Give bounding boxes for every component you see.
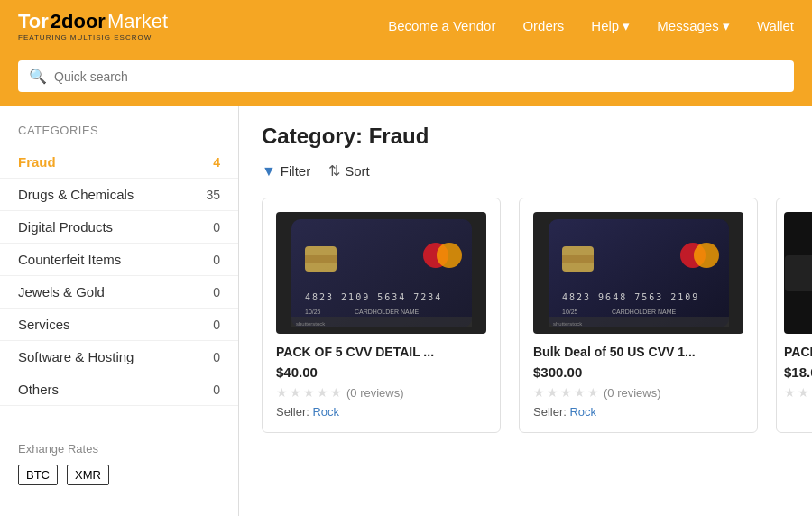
star-4: ★: [317, 385, 328, 400]
main-nav: Become a Vendor Orders Help ▾ Messages ▾…: [388, 18, 794, 34]
logo-subtitle: Featuring Multisig Escrow: [18, 33, 168, 41]
product-seller: Seller: Rock: [533, 405, 743, 419]
sidebar-item-services[interactable]: Services 0: [0, 309, 238, 341]
star-5: ★: [330, 385, 342, 400]
star-1: ★: [276, 385, 288, 400]
main-content: Category: Fraud ▼ Filter ⇅ Sort: [239, 106, 812, 516]
star-4: ★: [574, 385, 586, 400]
filter-sort-bar: ▼ Filter ⇅ Sort: [262, 162, 812, 180]
sort-button[interactable]: ⇅ Sort: [328, 162, 370, 180]
svg-text:shutterstock: shutterstock: [553, 321, 583, 327]
star-rating: ★ ★ ★ ★ ★: [276, 385, 342, 400]
exchange-buttons: BTC XMR: [18, 465, 220, 485]
sidebar-item-fraud[interactable]: Fraud 4: [0, 146, 238, 179]
product-price: $300.00: [533, 364, 743, 380]
product-card-partial: PACK $18.0 ★ ★: [776, 198, 812, 433]
svg-text:CARDHOLDER NAME: CARDHOLDER NAME: [612, 309, 677, 315]
seller-label: Seller:: [276, 405, 309, 419]
partial-product-price: $18.0: [784, 364, 812, 380]
sidebar-item-label: Counterfeit Items: [18, 252, 121, 267]
sidebar-item-count: 0: [213, 382, 220, 397]
seller-link[interactable]: Rock: [569, 405, 596, 419]
star-2: ★: [798, 385, 809, 400]
exchange-section: Exhange Rates BTC XMR: [0, 424, 238, 503]
filter-button[interactable]: ▼ Filter: [262, 163, 310, 180]
svg-point-8: [437, 243, 462, 268]
sidebar-item-jewels[interactable]: Jewels & Gold 0: [0, 276, 238, 309]
svg-rect-22: [785, 255, 812, 291]
sidebar-item-label: Drugs & Chemicals: [18, 187, 134, 202]
sort-label: Sort: [345, 163, 370, 179]
sidebar-item-count: 0: [213, 253, 220, 267]
search-input[interactable]: [54, 69, 783, 84]
sidebar-item-others[interactable]: Others 0: [0, 373, 238, 406]
sidebar-item-label: Others: [18, 382, 59, 397]
product-title: PACK OF 5 CVV DETAIL ...: [276, 345, 486, 359]
filter-label: Filter: [281, 163, 310, 179]
logo-market: Market: [107, 10, 168, 33]
star-2: ★: [290, 385, 301, 400]
star-5: ★: [587, 385, 599, 400]
sidebar-item-count: 4: [213, 155, 220, 170]
become-vendor-link[interactable]: Become a Vendor: [388, 18, 495, 33]
category-heading: Category: Fraud: [262, 124, 812, 149]
product-seller: Seller: Rock: [276, 405, 486, 419]
sidebar-item-drugs[interactable]: Drugs & Chemicals 35: [0, 179, 238, 211]
sidebar-item-count: 0: [213, 220, 220, 235]
product-card: 4823 9648 7563 2109 10/25 CARDHOLDER NAM…: [519, 198, 758, 433]
sidebar-item-label: Software & Hosting: [18, 349, 134, 364]
partial-star-rating: ★ ★: [784, 385, 812, 400]
sidebar-item-count: 35: [206, 188, 220, 202]
seller-label: Seller:: [533, 405, 567, 419]
star-1: ★: [784, 385, 796, 400]
sidebar-item-software[interactable]: Software & Hosting 0: [0, 341, 238, 373]
sidebar-item-digital[interactable]: Digital Products 0: [0, 211, 238, 244]
sidebar-item-count: 0: [213, 285, 220, 299]
product-image: 4823 9648 7563 2109 10/25 CARDHOLDER NAM…: [533, 212, 743, 334]
help-link[interactable]: Help ▾: [591, 18, 630, 34]
logo-text: Tor2door Market: [18, 10, 168, 33]
svg-rect-14: [562, 255, 594, 263]
btc-button[interactable]: BTC: [18, 465, 58, 485]
product-price: $40.00: [276, 364, 486, 380]
svg-text:10/25: 10/25: [305, 309, 321, 315]
logo-tor: Tor: [18, 10, 49, 33]
svg-text:4823 9648 7563 2109: 4823 9648 7563 2109: [562, 292, 699, 302]
star-rating: ★ ★ ★ ★ ★: [533, 385, 599, 400]
star-1: ★: [533, 385, 545, 400]
sidebar-title: Categories: [0, 124, 238, 146]
exchange-title: Exhange Rates: [18, 442, 220, 456]
sidebar: Categories Fraud 4 Drugs & Chemicals 35 …: [0, 106, 239, 516]
star-3: ★: [560, 385, 572, 400]
review-count: (0 reviews): [346, 386, 404, 400]
search-icon: 🔍: [29, 68, 47, 85]
logo: Tor2door Market Featuring Multisig Escro…: [18, 10, 168, 41]
sidebar-item-label: Digital Products: [18, 219, 113, 235]
svg-text:CARDHOLDER NAME: CARDHOLDER NAME: [355, 309, 420, 315]
header: Tor2door Market Featuring Multisig Escro…: [0, 0, 812, 51]
seller-link[interactable]: Rock: [312, 405, 339, 419]
svg-point-19: [694, 243, 719, 268]
product-reviews: ★ ★ ★ ★ ★ (0 reviews): [533, 385, 743, 400]
sidebar-item-counterfeit[interactable]: Counterfeit Items 0: [0, 244, 238, 276]
wallet-link[interactable]: Wallet: [757, 18, 794, 33]
sidebar-item-count: 0: [213, 318, 220, 332]
svg-text:shutterstock: shutterstock: [296, 321, 326, 327]
product-image: 4823 2109 5634 7234 10/25 CARDHOLDER NAM…: [276, 212, 486, 334]
partial-product-title: PACK: [784, 345, 812, 359]
filter-icon: ▼: [262, 163, 276, 180]
star-3: ★: [303, 385, 315, 400]
partial-product-image: [784, 212, 812, 334]
xmr-button[interactable]: XMR: [67, 465, 109, 485]
product-card: 4823 2109 5634 7234 10/25 CARDHOLDER NAM…: [262, 198, 501, 433]
sort-icon: ⇅: [328, 162, 340, 180]
product-grid: 4823 2109 5634 7234 10/25 CARDHOLDER NAM…: [262, 198, 812, 433]
sidebar-item-label: Services: [18, 317, 70, 332]
messages-link[interactable]: Messages ▾: [657, 18, 730, 34]
svg-rect-3: [305, 255, 337, 263]
sidebar-item-count: 0: [213, 350, 220, 364]
orders-link[interactable]: Orders: [522, 18, 564, 33]
svg-text:4823 2109 5634 7234: 4823 2109 5634 7234: [305, 292, 442, 302]
sidebar-item-label: Jewels & Gold: [18, 284, 105, 299]
logo-2door: 2door: [51, 10, 106, 33]
